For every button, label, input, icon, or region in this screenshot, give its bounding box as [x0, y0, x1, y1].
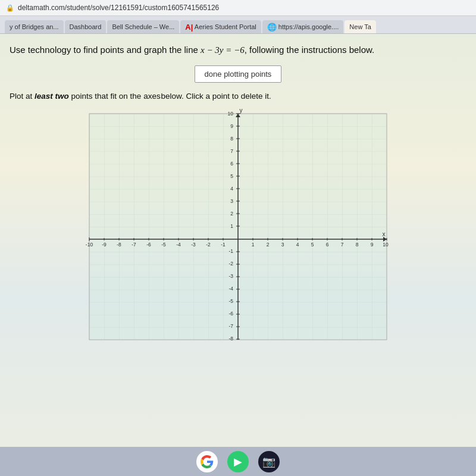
svg-text:-4: -4: [176, 242, 181, 248]
camera-icon[interactable]: 📷: [258, 451, 280, 472]
page-content: Use technology to find points and graph …: [0, 34, 476, 476]
instruction-text: Plot at least two points that fit on the…: [10, 91, 466, 102]
tab-bridges[interactable]: y of Bridges an...: [5, 20, 64, 33]
x-axis-label: x: [383, 231, 386, 237]
svg-text:1: 1: [230, 223, 233, 229]
svg-text:8: 8: [356, 242, 359, 248]
svg-text:5: 5: [311, 242, 314, 248]
svg-text:10: 10: [228, 111, 234, 117]
svg-text:-2: -2: [228, 261, 233, 267]
svg-text:9: 9: [371, 242, 374, 248]
svg-text:10: 10: [383, 242, 389, 248]
svg-text:-6: -6: [228, 311, 233, 317]
svg-text:-4: -4: [228, 286, 233, 292]
svg-text:7: 7: [230, 148, 233, 154]
equation: x − 3y = −6: [201, 45, 245, 55]
svg-text:2: 2: [230, 211, 233, 217]
url-bar: deltamath.com/student/solve/12161591/cus…: [18, 4, 470, 12]
tab-aeries[interactable]: A| Aeries Student Portal: [180, 20, 261, 33]
svg-text:3: 3: [281, 242, 284, 248]
svg-text:-1: -1: [228, 248, 233, 254]
svg-text:-7: -7: [228, 323, 233, 329]
question-text: Use technology to find points and graph …: [10, 43, 466, 57]
svg-text:3: 3: [230, 198, 233, 204]
svg-text:-1: -1: [221, 242, 226, 248]
svg-text:9: 9: [230, 123, 233, 129]
svg-text:-2: -2: [206, 242, 211, 248]
y-axis-label: y: [240, 108, 243, 114]
done-button-container: done plotting points: [10, 65, 466, 83]
svg-text:-8: -8: [117, 242, 121, 248]
lock-icon: 🔒: [6, 4, 14, 12]
svg-text:-5: -5: [161, 242, 166, 248]
svg-text:-5: -5: [228, 298, 233, 304]
svg-text:2: 2: [267, 242, 270, 248]
tab-apis-google[interactable]: 🌐 https://apis.google....: [262, 20, 344, 33]
browser-bar: 🔒 deltamath.com/student/solve/12161591/c…: [0, 0, 476, 16]
svg-text:6: 6: [230, 161, 233, 167]
tab-new[interactable]: New Ta: [345, 20, 375, 33]
svg-text:-6: -6: [146, 242, 151, 248]
svg-text:8: 8: [230, 136, 233, 142]
tab-bar: y of Bridges an... Dashboard Bell Schedu…: [0, 16, 476, 34]
svg-text:-10: -10: [86, 242, 93, 248]
svg-text:-8: -8: [228, 336, 233, 342]
svg-text:4: 4: [296, 242, 299, 248]
svg-text:-9: -9: [102, 242, 107, 248]
svg-text:7: 7: [341, 242, 344, 248]
svg-text:4: 4: [230, 186, 233, 192]
coordinate-graph[interactable]: x y -10 -9 -8 -7 -6 -5 -4 -3 -2 -1 1 2 3…: [71, 108, 405, 358]
svg-text:-3: -3: [228, 273, 233, 279]
play-icon[interactable]: ▶: [227, 451, 249, 472]
tab-bell-schedule[interactable]: Bell Schedule – We...: [107, 20, 179, 33]
svg-text:1: 1: [252, 242, 255, 248]
svg-text:5: 5: [230, 173, 233, 179]
svg-text:-3: -3: [191, 242, 196, 248]
bottom-toolbar: ▶ 📷: [0, 447, 476, 476]
graph-container[interactable]: x y -10 -9 -8 -7 -6 -5 -4 -3 -2 -1 1 2 3…: [71, 108, 405, 358]
google-icon[interactable]: [196, 451, 218, 472]
tab-dashboard[interactable]: Dashboard: [65, 20, 107, 33]
svg-text:6: 6: [326, 242, 329, 248]
svg-text:-7: -7: [131, 242, 136, 248]
done-plotting-button[interactable]: done plotting points: [195, 65, 282, 83]
